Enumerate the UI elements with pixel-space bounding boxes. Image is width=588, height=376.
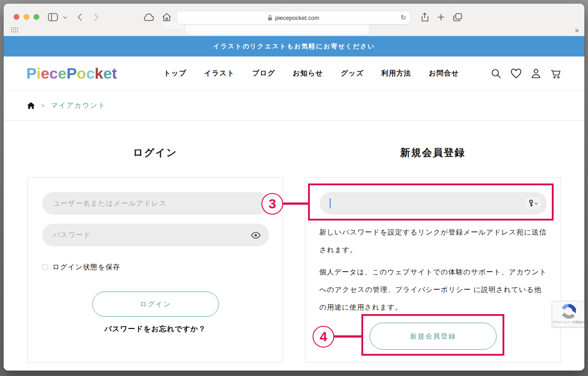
breadcrumb-home-link[interactable]	[27, 102, 35, 109]
show-password-button[interactable]	[251, 232, 261, 239]
nav-item-illust[interactable]: イラスト	[204, 69, 234, 78]
breadcrumb-current[interactable]: マイアカウント	[51, 101, 106, 110]
login-button[interactable]: ログイン	[92, 291, 219, 317]
nav-item-blog[interactable]: ブログ	[252, 69, 275, 78]
url-text: piecepocket.com	[275, 14, 319, 21]
nav-item-contact[interactable]: お問合せ	[429, 69, 459, 78]
register-button[interactable]: 新規会員登録	[370, 323, 497, 350]
my-account-page: ログイン ログイン状態を保存 ログイン パスワードをお忘れですか？ 新規会員登録	[4, 121, 584, 371]
wishlist-button[interactable]	[510, 68, 522, 80]
site-header: PiecePocket トップ イラスト ブログ お知らせ グッズ 利用方法 お…	[4, 56, 584, 91]
annotation-connector-3	[282, 202, 308, 205]
home-icon	[27, 102, 35, 109]
reload-button[interactable]: ↻	[400, 14, 406, 22]
chevron-left-icon	[77, 13, 82, 21]
close-window-button[interactable]	[14, 14, 19, 20]
forward-button[interactable]	[91, 11, 100, 24]
username-input[interactable]	[42, 192, 269, 215]
register-section: 新規会員登録 新しいパスワードを設定するリンクが登録メールアドレス宛に送信されま…	[305, 121, 561, 371]
home-icon	[162, 13, 171, 22]
breadcrumb-separator: >	[41, 102, 45, 109]
announcement-banner: イラストのリクエストもお気軽にお寄せください	[4, 36, 584, 56]
cloud-icon	[143, 14, 154, 21]
eye-icon	[251, 232, 261, 239]
nav-item-howto[interactable]: 利用方法	[381, 69, 411, 78]
announcement-text: イラストのリクエストもお気軽にお寄せください	[213, 42, 375, 51]
browser-window: piecepocket.com ↻ » イラストのリクエストもお気軽にお寄せくだ…	[4, 4, 584, 371]
search-icon	[491, 68, 502, 79]
bookmarks-grid-button[interactable]	[11, 27, 19, 33]
heart-icon	[511, 69, 522, 79]
share-button[interactable]	[418, 11, 431, 24]
annotation-step-4: 4	[313, 326, 334, 348]
sidebar-menu-chevron[interactable]	[62, 11, 69, 24]
minimize-window-button[interactable]	[24, 14, 29, 20]
search-button[interactable]	[490, 68, 502, 80]
chevron-down-icon	[535, 202, 538, 205]
remember-me-row: ログイン状態を保存	[42, 263, 120, 272]
sidebar-toggle-button[interactable]	[47, 11, 59, 24]
text-cursor	[330, 198, 331, 208]
nav-item-news[interactable]: お知らせ	[293, 69, 323, 78]
recaptcha-badge[interactable]: プライバシー - 利用規約	[552, 301, 584, 327]
cart-button[interactable]	[550, 68, 562, 80]
grid-dots-icon	[11, 27, 19, 33]
register-note-privacy: 個人データは、このウェブサイトでの体験のサポート、アカウントへのアクセスの管理、…	[319, 263, 547, 316]
login-heading: ログイン	[27, 146, 283, 160]
forgot-password-link[interactable]: パスワードをお忘れですか？	[28, 324, 283, 334]
register-heading: 新規会員登録	[305, 146, 561, 160]
main-nav: トップ イラスト ブログ お知らせ グッズ 利用方法 お問合せ	[148, 69, 459, 78]
user-icon	[531, 68, 541, 79]
remember-me-checkbox[interactable]	[42, 264, 48, 270]
password-autofill-button[interactable]	[525, 197, 541, 210]
icloud-tabs-button[interactable]	[142, 11, 155, 24]
login-section: ログイン ログイン状態を保存 ログイン パスワードをお忘れですか？	[27, 121, 283, 371]
tabs-icon	[453, 13, 462, 21]
chevron-down-icon	[63, 16, 67, 19]
breadcrumb: > マイアカウント	[4, 91, 584, 121]
cart-icon	[550, 68, 562, 79]
remember-me-label: ログイン状態を保存	[52, 263, 120, 272]
chevron-right-icon	[94, 13, 99, 21]
password-input[interactable]	[42, 224, 269, 246]
toolbar-overflow-button[interactable]: »	[575, 26, 578, 34]
new-tab-button[interactable]	[435, 11, 447, 24]
fullscreen-window-button[interactable]	[33, 14, 39, 20]
recaptcha-label[interactable]: プライバシー - 利用規約	[552, 320, 584, 324]
browser-toolbar: piecepocket.com ↻ »	[4, 4, 584, 36]
plus-icon	[437, 14, 445, 21]
register-email-input[interactable]	[320, 192, 547, 215]
header-icon-group	[490, 68, 562, 80]
login-card: ログイン状態を保存 ログイン パスワードをお忘れですか？	[27, 177, 283, 363]
back-button[interactable]	[75, 11, 84, 24]
account-button[interactable]	[530, 68, 542, 80]
key-icon	[528, 200, 534, 207]
sidebar-icon	[48, 13, 58, 21]
nav-item-top[interactable]: トップ	[164, 69, 187, 78]
lock-icon	[268, 15, 272, 21]
share-icon	[421, 13, 428, 22]
site-logo[interactable]: PiecePocket	[26, 65, 117, 82]
annotation-step-3: 3	[261, 193, 283, 215]
recaptcha-icon	[561, 304, 576, 319]
annotation-connector-4	[333, 335, 361, 338]
tab-overview-button[interactable]	[451, 11, 464, 24]
register-note-password-link: 新しいパスワードを設定するリンクが登録メールアドレス宛に送信されます。	[319, 223, 547, 258]
address-bar[interactable]: piecepocket.com ↻	[176, 11, 411, 24]
nav-item-goods[interactable]: グッズ	[341, 69, 364, 78]
